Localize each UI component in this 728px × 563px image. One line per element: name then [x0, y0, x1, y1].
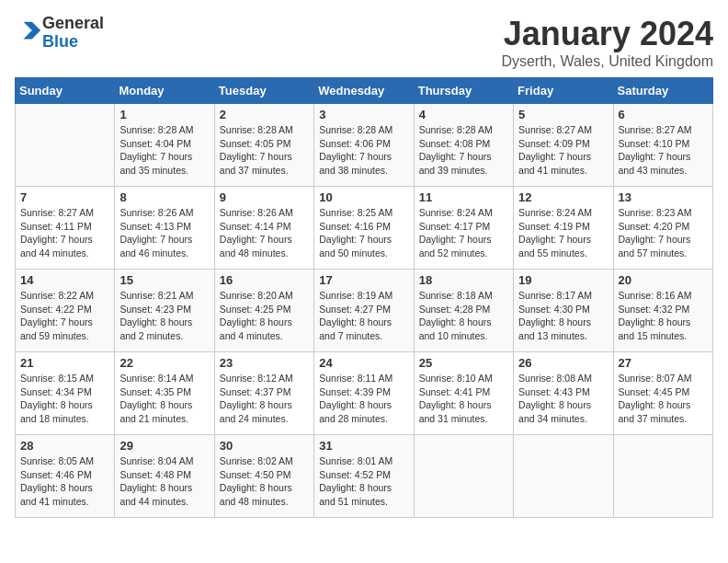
calendar-week-0: 1Sunrise: 8:28 AMSunset: 4:04 PMDaylight…	[16, 104, 713, 187]
day-info: Sunrise: 8:28 AMSunset: 4:06 PMDaylight:…	[319, 123, 408, 178]
day-info: Sunrise: 8:20 AMSunset: 4:25 PMDaylight:…	[220, 289, 309, 343]
header-wednesday: Wednesday	[314, 78, 414, 104]
day-info: Sunrise: 8:17 AMSunset: 4:30 PMDaylight:…	[518, 289, 608, 343]
calendar-table: SundayMondayTuesdayWednesdayThursdayFrid…	[15, 77, 713, 518]
calendar-cell: 14Sunrise: 8:22 AMSunset: 4:22 PMDayligh…	[16, 270, 115, 352]
calendar-cell: 18Sunrise: 8:18 AMSunset: 4:28 PMDayligh…	[414, 270, 513, 352]
location: Dyserth, Wales, United Kingdom	[501, 53, 713, 70]
header-sunday: Sunday	[16, 78, 115, 104]
day-info: Sunrise: 8:27 AMSunset: 4:09 PMDaylight:…	[518, 123, 608, 178]
day-info: Sunrise: 8:28 AMSunset: 4:08 PMDaylight:…	[419, 123, 508, 178]
calendar-cell	[16, 104, 115, 187]
calendar-cell: 1Sunrise: 8:28 AMSunset: 4:04 PMDaylight…	[115, 104, 214, 187]
calendar-cell: 26Sunrise: 8:08 AMSunset: 4:43 PMDayligh…	[514, 352, 613, 435]
day-number: 16	[220, 273, 309, 287]
day-number: 22	[119, 356, 209, 370]
day-info: Sunrise: 8:22 AMSunset: 4:22 PMDaylight:…	[20, 289, 109, 343]
calendar-cell: 2Sunrise: 8:28 AMSunset: 4:05 PMDaylight…	[214, 104, 313, 187]
calendar-cell	[613, 435, 712, 518]
calendar-cell: 15Sunrise: 8:21 AMSunset: 4:23 PMDayligh…	[115, 270, 214, 352]
calendar-cell: 10Sunrise: 8:25 AMSunset: 4:16 PMDayligh…	[314, 187, 414, 270]
logo: General Blue	[15, 15, 104, 52]
day-number: 4	[419, 108, 508, 121]
day-number: 2	[220, 108, 309, 121]
day-info: Sunrise: 8:02 AMSunset: 4:50 PMDaylight:…	[220, 454, 309, 509]
day-number: 15	[119, 273, 209, 287]
header-friday: Friday	[514, 78, 613, 104]
day-info: Sunrise: 8:27 AMSunset: 4:10 PMDaylight:…	[619, 123, 708, 178]
day-number: 25	[419, 356, 508, 370]
day-info: Sunrise: 8:23 AMSunset: 4:20 PMDaylight:…	[619, 206, 708, 260]
day-info: Sunrise: 8:21 AMSunset: 4:23 PMDaylight:…	[119, 289, 209, 343]
header-saturday: Saturday	[613, 78, 712, 104]
calendar-cell: 27Sunrise: 8:07 AMSunset: 4:45 PMDayligh…	[613, 352, 712, 435]
day-number: 13	[619, 190, 708, 204]
calendar-week-3: 21Sunrise: 8:15 AMSunset: 4:34 PMDayligh…	[16, 352, 713, 435]
day-number: 7	[20, 190, 109, 204]
calendar-cell: 23Sunrise: 8:12 AMSunset: 4:37 PMDayligh…	[214, 352, 313, 435]
day-number: 12	[518, 190, 608, 204]
day-info: Sunrise: 8:05 AMSunset: 4:46 PMDaylight:…	[20, 454, 109, 509]
header-tuesday: Tuesday	[214, 78, 313, 104]
day-number: 8	[119, 190, 209, 204]
day-info: Sunrise: 8:12 AMSunset: 4:37 PMDaylight:…	[220, 372, 309, 426]
day-number: 10	[319, 190, 408, 204]
day-number: 19	[518, 273, 608, 287]
day-number: 23	[220, 356, 309, 370]
calendar-cell: 24Sunrise: 8:11 AMSunset: 4:39 PMDayligh…	[314, 352, 414, 435]
page-header: General Blue January 2024 Dyserth, Wales…	[15, 15, 713, 70]
day-number: 30	[220, 439, 309, 453]
calendar-cell: 28Sunrise: 8:05 AMSunset: 4:46 PMDayligh…	[16, 435, 115, 518]
day-info: Sunrise: 8:07 AMSunset: 4:45 PMDaylight:…	[619, 372, 708, 426]
day-number: 11	[419, 190, 508, 204]
calendar-cell: 12Sunrise: 8:24 AMSunset: 4:19 PMDayligh…	[514, 187, 613, 270]
day-info: Sunrise: 8:26 AMSunset: 4:14 PMDaylight:…	[220, 206, 309, 260]
calendar-cell: 22Sunrise: 8:14 AMSunset: 4:35 PMDayligh…	[115, 352, 214, 435]
calendar-cell	[414, 435, 513, 518]
day-number: 24	[319, 356, 408, 370]
day-number: 17	[319, 273, 408, 287]
calendar-week-2: 14Sunrise: 8:22 AMSunset: 4:22 PMDayligh…	[16, 270, 713, 352]
calendar-week-1: 7Sunrise: 8:27 AMSunset: 4:11 PMDaylight…	[16, 187, 713, 270]
day-info: Sunrise: 8:28 AMSunset: 4:04 PMDaylight:…	[119, 123, 209, 178]
svg-marker-0	[23, 22, 40, 40]
calendar-cell: 13Sunrise: 8:23 AMSunset: 4:20 PMDayligh…	[613, 187, 712, 270]
calendar-cell: 25Sunrise: 8:10 AMSunset: 4:41 PMDayligh…	[414, 352, 513, 435]
day-number: 1	[119, 108, 209, 121]
day-number: 3	[319, 108, 408, 121]
day-number: 26	[518, 356, 608, 370]
day-number: 18	[419, 273, 508, 287]
day-info: Sunrise: 8:24 AMSunset: 4:19 PMDaylight:…	[518, 206, 608, 260]
calendar-cell: 20Sunrise: 8:16 AMSunset: 4:32 PMDayligh…	[613, 270, 712, 352]
day-number: 6	[619, 108, 708, 121]
header-thursday: Thursday	[414, 78, 513, 104]
day-info: Sunrise: 8:24 AMSunset: 4:17 PMDaylight:…	[419, 206, 508, 260]
day-number: 5	[518, 108, 608, 121]
calendar-cell: 9Sunrise: 8:26 AMSunset: 4:14 PMDaylight…	[214, 187, 313, 270]
calendar-cell: 7Sunrise: 8:27 AMSunset: 4:11 PMDaylight…	[16, 187, 115, 270]
title-block: January 2024 Dyserth, Wales, United King…	[501, 15, 713, 70]
day-number: 27	[619, 356, 708, 370]
day-info: Sunrise: 8:08 AMSunset: 4:43 PMDaylight:…	[518, 372, 608, 426]
day-info: Sunrise: 8:15 AMSunset: 4:34 PMDaylight:…	[20, 372, 109, 426]
calendar-cell: 3Sunrise: 8:28 AMSunset: 4:06 PMDaylight…	[314, 104, 414, 187]
day-info: Sunrise: 8:10 AMSunset: 4:41 PMDaylight:…	[419, 372, 508, 426]
day-info: Sunrise: 8:27 AMSunset: 4:11 PMDaylight:…	[20, 206, 109, 260]
calendar-cell: 8Sunrise: 8:26 AMSunset: 4:13 PMDaylight…	[115, 187, 214, 270]
calendar-cell: 16Sunrise: 8:20 AMSunset: 4:25 PMDayligh…	[214, 270, 313, 352]
calendar-cell: 31Sunrise: 8:01 AMSunset: 4:52 PMDayligh…	[314, 435, 414, 518]
logo-text: General Blue	[42, 15, 104, 52]
day-info: Sunrise: 8:11 AMSunset: 4:39 PMDaylight:…	[319, 372, 408, 426]
day-info: Sunrise: 8:14 AMSunset: 4:35 PMDaylight:…	[119, 372, 209, 426]
day-number: 29	[119, 439, 209, 453]
calendar-header-row: SundayMondayTuesdayWednesdayThursdayFrid…	[16, 78, 713, 104]
day-number: 21	[20, 356, 109, 370]
calendar-cell	[514, 435, 613, 518]
calendar-cell: 17Sunrise: 8:19 AMSunset: 4:27 PMDayligh…	[314, 270, 414, 352]
day-number: 28	[20, 439, 109, 453]
header-monday: Monday	[115, 78, 214, 104]
calendar-cell: 19Sunrise: 8:17 AMSunset: 4:30 PMDayligh…	[514, 270, 613, 352]
calendar-cell: 4Sunrise: 8:28 AMSunset: 4:08 PMDaylight…	[414, 104, 513, 187]
calendar-cell: 29Sunrise: 8:04 AMSunset: 4:48 PMDayligh…	[115, 435, 214, 518]
day-info: Sunrise: 8:28 AMSunset: 4:05 PMDaylight:…	[220, 123, 309, 178]
